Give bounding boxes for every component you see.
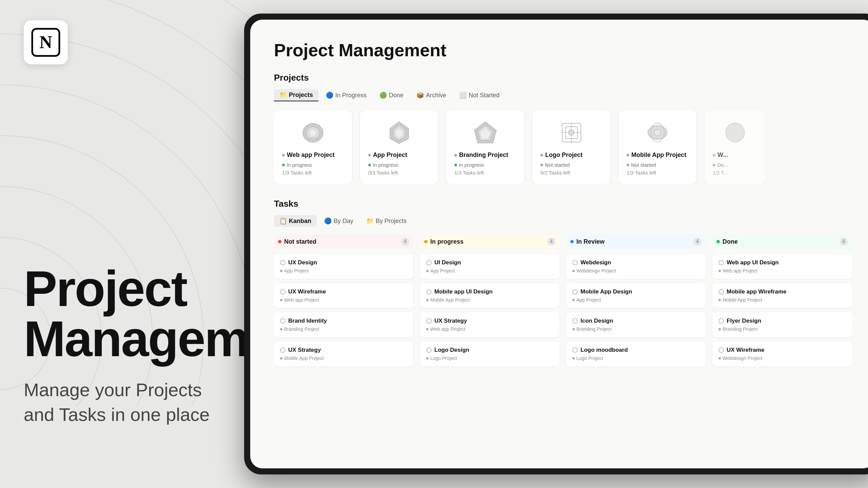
kanban-card-ux-strategy-ns[interactable]: UX Strategy Mobile App Project (274, 341, 413, 366)
project-card-image-2 (386, 119, 413, 146)
kanban-column-done: Done 4 Web app UI Design Web app Project (712, 235, 852, 377)
card-tasks-6: 1/2 T... (713, 170, 757, 176)
project-card-logo[interactable]: Logo Project Not started 0/2 Tasks left (532, 111, 610, 184)
tab-archive[interactable]: 📦 Archive (411, 89, 452, 101)
main-title: Project Management (24, 264, 217, 364)
kanban-card-mobile-app-design[interactable]: Mobile App Design App Project (566, 283, 706, 308)
column-header-not-started: Not started 4 (274, 235, 413, 248)
byday-icon: 🔵 (324, 217, 332, 225)
kanban-card-brand-identity[interactable]: Brand Identity Branding Project (274, 312, 413, 337)
tab-projects[interactable]: 📁 Projects (274, 89, 318, 101)
task-title: Web app UI Design (718, 259, 846, 266)
kanban-tabs[interactable]: 📋 Kanban 🔵 By Day 📁 By Projects (274, 215, 852, 227)
svg-text:N: N (39, 33, 52, 52)
svg-point-27 (654, 129, 661, 136)
task-project: Branding Project (280, 326, 407, 332)
col-count-done: 4 (840, 238, 848, 246)
task-circle (572, 318, 578, 324)
task-project: Logo Project (572, 355, 699, 361)
task-title: Logo moodboard (572, 347, 699, 353)
kanban-card-ux-design[interactable]: UX Design App Project (274, 254, 413, 279)
card-name-6: W... (713, 151, 757, 159)
project-card-image-4 (558, 119, 585, 146)
projects-section-label: Projects (274, 73, 852, 83)
task-project: Webdesign Project (572, 268, 699, 273)
task-circle (718, 260, 724, 265)
kanban-tab-by-projects[interactable]: 📁 By Projects (361, 215, 412, 227)
notion-logo: N (24, 20, 68, 64)
col-title-in-progress: In progress (430, 238, 545, 245)
col-count-in-progress: 4 (547, 238, 555, 246)
card-status-1: In progress (282, 162, 344, 168)
kanban-tab-kanban[interactable]: 📋 Kanban (274, 215, 317, 227)
card-name-5: Mobile App Project (627, 151, 688, 159)
subtitle: Manage your Projects and Tasks in one pl… (24, 378, 217, 427)
tab-in-progress[interactable]: 🔵 In Progress (320, 89, 372, 101)
kanban-card-ux-strategy-ip[interactable]: UX Strategy Web app Project (420, 312, 559, 337)
task-project: Webdesign Project (718, 355, 846, 361)
task-project: Logo Project (426, 355, 553, 361)
card-tasks-2: 0/3 Tasks left (368, 170, 430, 176)
kanban-card-webdesign[interactable]: Webdesign Webdesign Project (566, 254, 706, 279)
task-circle (280, 260, 285, 265)
col-title-in-review: In Review (576, 238, 691, 245)
project-card-image-5 (644, 119, 671, 146)
archive-icon: 📦 (416, 92, 424, 99)
task-project: Mobile App Project (426, 297, 553, 303)
svg-point-12 (310, 130, 316, 136)
task-title: UX Design (280, 259, 407, 266)
task-circle (718, 289, 724, 294)
kanban-card-ui-design[interactable]: UI Design App Project (420, 254, 559, 279)
card-name-3: Branding Project (454, 151, 516, 159)
card-status-3: In progress (454, 162, 516, 168)
svg-point-23 (569, 130, 574, 135)
task-title: Webdesign (572, 259, 699, 266)
project-card-mobile[interactable]: Mobile App Project Not started 1/3 Tasks… (618, 111, 696, 184)
kanban-card-logo-moodboard[interactable]: Logo moodboard Logo Project (566, 341, 706, 366)
in-progress-icon: 🔵 (326, 92, 333, 99)
kanban-tab-by-day[interactable]: 🔵 By Day (319, 215, 359, 227)
byprojects-icon: 📁 (366, 217, 374, 225)
project-tabs[interactable]: 📁 Projects 🔵 In Progress 🟢 Done 📦 Archiv… (274, 89, 852, 101)
kanban-card-logo-design[interactable]: Logo Design Logo Project (420, 341, 559, 366)
kanban-card-flyer-design[interactable]: Flyer Design Branding Project (712, 312, 852, 337)
col-count-not-started: 4 (401, 238, 409, 246)
tab-done[interactable]: 🟢 Done (374, 89, 409, 101)
kanban-card-icon-design[interactable]: Icon Design Branding Project (566, 312, 706, 337)
card-status-2: In progress (368, 162, 430, 168)
tab-not-started[interactable]: ⬜ Not Started (454, 89, 505, 101)
col-dot-in-review (570, 240, 574, 243)
task-project: Mobile App Project (280, 355, 407, 361)
not-started-icon: ⬜ (459, 92, 467, 99)
kanban-card-ux-wireframe[interactable]: UX Wireframe Web app Project (274, 283, 413, 308)
folder-icon: 📁 (279, 91, 287, 99)
task-circle (426, 260, 432, 265)
project-card-branding[interactable]: Branding Project In progress 1/3 Tasks l… (446, 111, 524, 184)
kanban-icon: 📋 (279, 217, 287, 225)
task-circle (572, 260, 578, 265)
kanban-card-mobile-app-ui[interactable]: Mobile app UI Design Mobile App Project (420, 283, 559, 308)
task-title: UX Strategy (426, 318, 553, 324)
task-title: UX Strategy (280, 347, 407, 353)
task-circle (572, 347, 578, 353)
project-card-app[interactable]: App Project In progress 0/3 Tasks left (360, 111, 438, 184)
kanban-card-ux-wireframe-done[interactable]: UX Wireframe Webdesign Project (712, 341, 852, 366)
task-title: Flyer Design (718, 318, 846, 324)
notion-app: Project Management Projects 📁 Projects 🔵… (250, 20, 868, 468)
card-tasks-3: 1/3 Tasks left (454, 170, 516, 176)
task-circle (426, 289, 432, 294)
card-name-1: Web app Project (282, 151, 344, 159)
kanban-board: Not started 4 UX Design App Project (274, 235, 852, 377)
kanban-card-mobile-wireframe[interactable]: Mobile app Wireframe Mobile App Project (712, 283, 852, 308)
kanban-card-webapp-ui[interactable]: Web app UI Design Web app Project (712, 254, 852, 279)
task-circle (572, 289, 578, 294)
project-card-image-6 (722, 119, 749, 146)
card-tasks-1: 1/3 Tasks left (282, 170, 344, 176)
card-name-4: Logo Project (540, 151, 602, 159)
project-card-partial[interactable]: W... Do... 1/2 T... (705, 111, 766, 184)
card-tasks-4: 0/2 Tasks left (540, 170, 602, 176)
task-project: App Project (426, 268, 553, 273)
col-dot-not-started (278, 240, 281, 243)
task-circle (718, 318, 724, 324)
project-card-webapp[interactable]: Web app Project In progress 1/3 Tasks le… (274, 111, 352, 184)
